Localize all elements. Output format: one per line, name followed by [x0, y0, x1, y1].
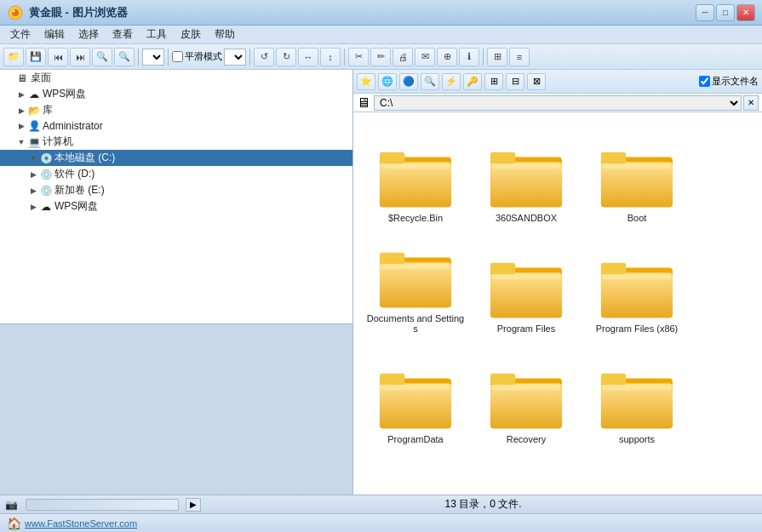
- rt-btn-3[interactable]: 🔵: [399, 73, 418, 90]
- rt-btn-2[interactable]: 🌐: [378, 73, 397, 90]
- folder-item[interactable]: ProgramData: [360, 340, 471, 451]
- svg-rect-42: [492, 385, 560, 390]
- website-url[interactable]: www.FastStoneServer.com: [25, 518, 137, 529]
- next-button[interactable]: ⏭: [70, 48, 90, 66]
- svg-rect-5: [380, 162, 451, 207]
- folder-item[interactable]: Program Files: [471, 230, 582, 340]
- rt-btn-9[interactable]: ⊠: [527, 73, 546, 90]
- folder-item[interactable]: $Recycle.Bin: [360, 119, 471, 230]
- rt-btn-7[interactable]: ⊞: [484, 73, 503, 90]
- edit-button[interactable]: ✏: [370, 48, 391, 66]
- tree-node-icon: 💿: [39, 184, 53, 197]
- toolbar-separator-1: [138, 49, 139, 66]
- save-button[interactable]: 💾: [26, 48, 46, 66]
- preview-area: [0, 324, 352, 495]
- svg-rect-32: [603, 274, 671, 279]
- folder-name: Program Files (x86): [596, 323, 679, 334]
- zoom-in-button[interactable]: 🔍: [92, 48, 112, 66]
- minimize-button[interactable]: ─: [696, 4, 714, 21]
- menu-item-工具[interactable]: 工具: [140, 26, 174, 43]
- prev-button[interactable]: ⏮: [48, 48, 68, 66]
- rotate-left-button[interactable]: ↺: [254, 48, 274, 66]
- tree-node[interactable]: ▼💿本地磁盘 (C:): [0, 150, 352, 166]
- zoom-out-button[interactable]: 🔍: [114, 48, 135, 66]
- rt-btn-8[interactable]: ⊟: [506, 73, 524, 90]
- thumb-button[interactable]: ⊞: [487, 48, 507, 66]
- tree-node-label: 桌面: [31, 71, 51, 85]
- toolbar-separator-3: [249, 49, 250, 66]
- folder-icon: [378, 366, 453, 431]
- folder-item[interactable]: Program Files (x86): [582, 230, 692, 340]
- tree-node-label: 新加卷 (E:): [54, 183, 105, 197]
- right-panel: ⭐ 🌐 🔵 🔍 ⚡ 🔑 ⊞ ⊟ ⊠ 显示文件名 🖥 C:\ ✕: [353, 70, 762, 495]
- folder-item[interactable]: supports: [582, 340, 692, 451]
- camera-icon: 📷: [3, 497, 19, 512]
- rt-btn-5[interactable]: ⚡: [442, 73, 461, 90]
- open-button[interactable]: 📁: [3, 48, 24, 66]
- tree-node-label: 计算机: [43, 134, 73, 149]
- menu-item-帮助[interactable]: 帮助: [208, 26, 242, 43]
- print-button[interactable]: 🖨: [392, 48, 413, 66]
- tree-node[interactable]: ▼💻计算机: [0, 134, 352, 150]
- folder-name: Program Files: [497, 323, 555, 334]
- svg-point-2: [13, 9, 15, 12]
- maximize-button[interactable]: □: [716, 4, 735, 21]
- flip-h-button[interactable]: ↔: [298, 48, 318, 66]
- folder-item[interactable]: Recovery: [471, 340, 582, 451]
- tree-node-icon: 💻: [27, 135, 41, 149]
- menu-item-查看[interactable]: 查看: [106, 26, 140, 43]
- svg-rect-47: [603, 385, 671, 390]
- show-filename-checkbox[interactable]: [699, 76, 710, 87]
- flat-mode-checkbox[interactable]: [172, 51, 183, 62]
- tree-node[interactable]: ▶☁WPS网盘: [0, 198, 352, 215]
- svg-rect-10: [490, 162, 562, 207]
- menu-item-文件[interactable]: 文件: [3, 26, 37, 43]
- tree-expander-icon: ▶: [27, 169, 39, 180]
- tree-node-icon: 👤: [27, 119, 41, 133]
- folder-icon: [489, 145, 564, 209]
- status-expand[interactable]: ▶: [186, 498, 201, 512]
- tree-expander-icon: ▼: [15, 136, 27, 148]
- path-select[interactable]: C:\: [374, 95, 742, 111]
- tree-node[interactable]: ▶☁WPS网盘: [0, 86, 352, 102]
- list-button[interactable]: ≡: [509, 48, 530, 66]
- file-grid: $Recycle.Bin 360SANDBOX: [353, 112, 762, 495]
- folder-tree[interactable]: 🖥桌面▶☁WPS网盘▶📂库▶👤Administrator▼💻计算机▼💿本地磁盘 …: [0, 70, 352, 324]
- folder-item[interactable]: 360SANDBOX: [471, 119, 582, 230]
- menu-item-皮肤[interactable]: 皮肤: [174, 26, 208, 43]
- show-filename-wrap: 显示文件名: [699, 75, 759, 88]
- menu-item-编辑[interactable]: 编辑: [37, 26, 72, 43]
- tree-node-icon: 🖥: [15, 72, 29, 85]
- file-count: 13 目录，0 文件.: [444, 497, 521, 512]
- rt-btn-6[interactable]: 🔑: [463, 73, 482, 90]
- size-select[interactable]: [142, 49, 164, 66]
- tree-node-icon: 💿: [39, 168, 53, 181]
- tree-node[interactable]: 🖥桌面: [0, 70, 352, 86]
- menu-item-选择[interactable]: 选择: [72, 26, 106, 43]
- copy-button[interactable]: ⊕: [437, 48, 457, 66]
- mode-select[interactable]: [224, 49, 246, 66]
- home-icon: 🏠: [7, 517, 21, 530]
- close-button[interactable]: ✕: [736, 4, 755, 21]
- titlebar: 黄金眼 - 图片浏览器 ─ □ ✕: [0, 0, 762, 26]
- tree-node-label: WPS网盘: [54, 199, 98, 214]
- info-button[interactable]: ℹ: [459, 48, 479, 66]
- rotate-right-button[interactable]: ↻: [276, 48, 296, 66]
- folder-item[interactable]: Boot: [582, 119, 692, 230]
- tree-node[interactable]: ▶👤Administrator: [0, 118, 352, 134]
- path-delete-button[interactable]: ✕: [743, 95, 759, 111]
- tree-node[interactable]: ▶📂库: [0, 102, 352, 118]
- tree-node[interactable]: ▶💿新加卷 (E:): [0, 182, 352, 198]
- tree-expander-icon: ▶: [15, 89, 27, 100]
- folder-name: ProgramData: [387, 434, 443, 444]
- tree-expander-icon: ▶: [15, 120, 27, 132]
- folder-icon: [599, 255, 674, 320]
- email-button[interactable]: ✉: [415, 48, 435, 66]
- crop-button[interactable]: ✂: [348, 48, 369, 66]
- rt-btn-4[interactable]: 🔍: [421, 73, 439, 90]
- folder-name: Documents and Settings: [365, 313, 466, 334]
- rt-btn-1[interactable]: ⭐: [357, 73, 375, 90]
- flip-v-button[interactable]: ↕: [320, 48, 341, 66]
- tree-node[interactable]: ▶💿软件 (D:): [0, 166, 352, 182]
- folder-item[interactable]: Documents and Settings: [360, 230, 471, 340]
